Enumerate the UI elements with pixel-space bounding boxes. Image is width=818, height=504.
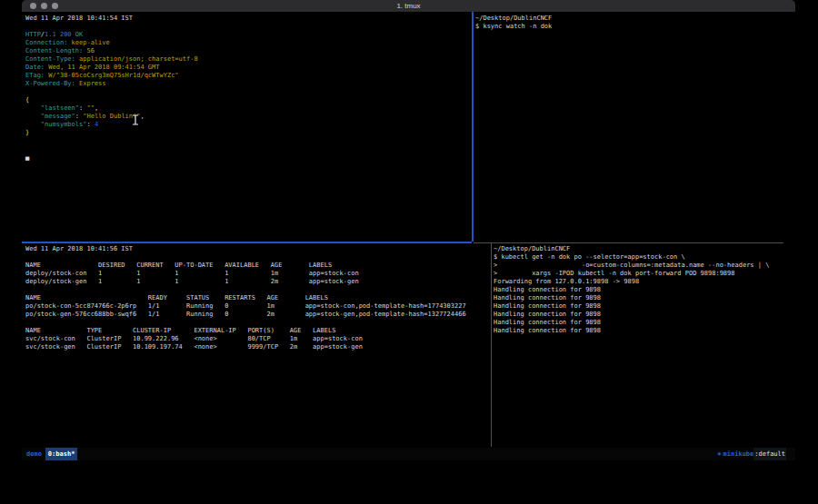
terminal-text-line: > -o=custom-columns=:metadata.name --no-… [494,262,792,270]
terminal-text-line: Handling connection for 9898 [494,294,792,302]
terminal-text-line: ~/Desktop/DublinCNCF [475,15,792,23]
terminal-text-line: X-Powered-By: Express [25,80,470,88]
terminal-text-line: ▄ [25,153,470,162]
terminal-text-line: } [25,129,470,137]
terminal-text-line: Handling connection for 9898 [494,327,792,335]
terminal-text-line: "lastseen": "", [25,104,470,113]
pane-divider-horizontal-right[interactable] [474,242,783,243]
terminal-text-line: Date: Wed, 11 Apr 2018 09:41:54 GMT [25,64,470,72]
terminal-text-line: Handling connection for 9898 [494,311,792,319]
terminal-text-line [25,23,470,31]
terminal-text-line: Handling connection for 9898 [494,319,792,327]
pane-ksync-watch[interactable]: ~/Desktop/DublinCNCF$ ksync watch -n dok [475,15,792,31]
pane-port-forward[interactable]: ~/Desktop/DublinCNCF$ kubectl get -n dok… [494,245,792,335]
kube-namespace: :default [753,448,786,460]
terminal-text-line: > xargs -IPOD kubectl -n dok port-forwar… [494,270,792,278]
terminal-text-line: { [25,96,470,104]
terminal-text-line: NAME TYPE CLUSTER-IP EXTERNAL-IP PORT(S)… [25,327,487,335]
terminal-text-line: "message": "Hello Dublin!", [25,113,470,121]
terminal-text-line: ~/Desktop/DublinCNCF [494,245,792,253]
desktop: 1. tmux Wed 11 Apr 2018 10:41:54 IST HTT… [0,0,818,504]
window-title: 1. tmux [22,0,795,12]
terminal-text-line [25,253,487,262]
terminal-window: 1. tmux Wed 11 Apr 2018 10:41:54 IST HTT… [22,0,795,463]
terminal-text-line: Content-Type: application/json; charset=… [25,55,470,64]
mouse-cursor-ibeam [132,112,139,129]
terminal-text-line: $ kubectl get -n dok po --selector=app=s… [494,253,792,262]
terminal-content: Wed 11 Apr 2018 10:41:54 IST HTTP/1.1 20… [22,12,795,463]
pane-http-response[interactable]: Wed 11 Apr 2018 10:41:54 IST HTTP/1.1 20… [25,15,470,162]
terminal-text-line: Content-Length: 56 [25,47,470,55]
tmux-window-tab[interactable]: 0:bash* [45,448,78,460]
terminal-text-line: deploy/stock-gen 1 1 1 1 2m app=stock-ge… [25,278,487,286]
window-titlebar[interactable]: 1. tmux [22,0,795,12]
terminal-text-line: Forwarding from 127.0.0.1:9898 -> 9898 [494,278,792,286]
terminal-text-line [25,286,487,294]
terminal-text-line [25,319,487,327]
terminal-text-line: svc/stock-con ClusterIP 10.99.222.96 <no… [25,335,487,343]
tmux-status-right: ⎈ minikube :default [717,448,786,460]
terminal-text-line: ETag: W/"38-05coCsrg3mQ75sHr1d/qcWTwYZc" [25,72,470,80]
kube-context-name: minikube [723,448,754,460]
terminal-text-line: Connection: keep-alive [25,39,470,47]
pane-divider-vertical-bottom[interactable] [491,243,492,447]
terminal-text-line: Handling connection for 9898 [494,302,792,311]
pane-divider-vertical-top[interactable] [472,12,474,242]
terminal-text-line [25,145,470,153]
terminal-text-line: po/stock-gen-576cc688bb-swqf6 1/1 Runnin… [25,311,487,319]
pane-kubectl-get[interactable]: Wed 11 Apr 2018 10:41:56 IST NAME DESIRE… [25,245,487,351]
terminal-text-line: po/stock-con-5cc874766c-2p6rp 1/1 Runnin… [25,302,487,311]
terminal-text-line [25,137,470,145]
kubernetes-helm-icon: ⎈ [717,448,721,460]
terminal-text-line: NAME DESIRED CURRENT UP-TO-DATE AVAILABL… [25,262,487,270]
terminal-text-line: svc/stock-gen ClusterIP 10.109.197.74 <n… [25,343,487,351]
terminal-text-line: deploy/stock-con 1 1 1 1 1m app=stock-co… [25,270,487,278]
terminal-text-line: HTTP/1.1 200 OK [25,31,470,39]
pane-divider-horizontal-left[interactable] [22,242,472,243]
terminal-text-line: Handling connection for 9898 [494,286,792,294]
terminal-text-line: $ ksync watch -n dok [475,23,792,31]
tmux-status-bar: demo 0:bash* ⎈ minikube :default [22,448,795,460]
terminal-text-line: Wed 11 Apr 2018 10:41:56 IST [25,245,487,253]
terminal-text-line: "numsymbols": 4 [25,121,470,129]
terminal-text-line: Wed 11 Apr 2018 10:41:54 IST [25,15,470,23]
terminal-text-line [25,88,470,96]
tmux-session-name: demo [26,448,42,460]
terminal-text-line: NAME READY STATUS RESTARTS AGE LABELS [25,294,487,302]
